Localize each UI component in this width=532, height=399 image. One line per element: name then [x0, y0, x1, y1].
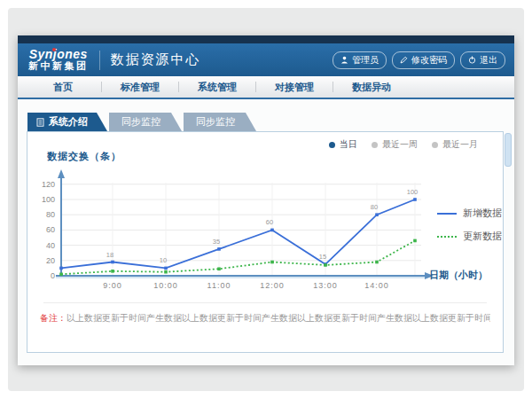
svg-text:15: 15	[319, 253, 326, 261]
user-icon	[340, 56, 348, 64]
nav-item-data-change[interactable]: 数据异动	[333, 81, 410, 94]
chart-legend: 新增数据 更新数据	[437, 207, 502, 253]
tab-bar: 系统介绍 同步监控 同步监控	[27, 113, 256, 131]
solid-line-icon	[437, 213, 457, 215]
legend-update-data[interactable]: 更新数据	[437, 230, 502, 243]
svg-text:0: 0	[51, 271, 55, 280]
nav-item-standard-management[interactable]: 标准管理	[102, 81, 178, 94]
nav-item-home[interactable]: 首页	[25, 81, 101, 94]
document-icon	[36, 118, 44, 127]
svg-text:20: 20	[46, 256, 55, 265]
scrollbar-thumb[interactable]	[505, 133, 512, 167]
svg-text:100: 100	[407, 188, 419, 196]
x-axis-label: 日期（小时）	[429, 269, 488, 282]
svg-text:120: 120	[42, 180, 55, 189]
tab-system-intro-label: 系统介绍	[49, 113, 88, 131]
time-range-filter: 当日 最近一周 最近一月	[329, 138, 478, 151]
header-actions: 管理员 修改密码 退出	[332, 51, 505, 69]
radio-last-week[interactable]: 最近一周	[372, 138, 418, 151]
content-area: 系统介绍 同步监控 同步监控 当日 最近一周	[18, 99, 514, 365]
change-password-button[interactable]: 修改密码	[392, 51, 455, 69]
radio-last-month-label: 最近一月	[442, 138, 478, 151]
company-logo: Synjones 新中新集团	[28, 48, 89, 71]
svg-text:80: 80	[46, 210, 55, 219]
admin-user-label: 管理员	[352, 54, 379, 66]
dotted-line-icon	[437, 236, 457, 238]
tab-system-intro[interactable]: 系统介绍	[27, 113, 107, 131]
radio-today[interactable]: 当日	[329, 138, 357, 151]
svg-text:9:00: 9:00	[103, 281, 122, 290]
tab-sync-monitor-2-label: 同步监控	[196, 116, 235, 127]
footer-note-prefix: 备注：	[40, 313, 66, 323]
svg-text:18: 18	[106, 251, 113, 259]
svg-text:40: 40	[46, 241, 55, 250]
y-axis-label: 数据交换（条）	[47, 150, 121, 163]
radio-last-week-label: 最近一周	[382, 138, 418, 151]
logo-chinese-name: 新中新集团	[28, 61, 89, 72]
logo-name: Synjones	[28, 48, 89, 61]
svg-text:10: 10	[160, 256, 167, 264]
legend-new-data[interactable]: 新增数据	[437, 207, 502, 220]
svg-text:60: 60	[266, 218, 273, 226]
radio-last-month[interactable]: 最近一月	[432, 138, 478, 151]
change-password-label: 修改密码	[411, 54, 447, 66]
radio-unselected-icon	[372, 142, 378, 148]
footer-note: 备注：以上数据更新于时间产生数据以上数据更新于时间产生数据以上数据更新于时间产生…	[40, 312, 490, 325]
svg-text:100: 100	[42, 195, 55, 204]
footer-note-text: 以上数据更新于时间产生数据以上数据更新于时间产生数据以上数据更新于时间产生数据以…	[66, 313, 490, 323]
tab-sync-monitor-1-label: 同步监控	[121, 116, 160, 127]
svg-text:13:00: 13:00	[313, 281, 338, 290]
svg-text:35: 35	[213, 238, 220, 246]
svg-text:10:00: 10:00	[153, 281, 178, 290]
radio-today-label: 当日	[340, 138, 357, 151]
svg-text:60: 60	[46, 225, 55, 234]
note-divider	[43, 302, 487, 303]
app-title: 数据资源中心	[111, 51, 201, 68]
radio-unselected-icon	[432, 142, 438, 148]
main-nav: 首页 标准管理 系统管理 对接管理 数据异动	[18, 76, 514, 99]
svg-text:11:00: 11:00	[207, 281, 231, 290]
tab-sync-monitor-2[interactable]: 同步监控	[184, 113, 256, 131]
logout-button[interactable]: 退出	[460, 51, 505, 69]
top-strip	[18, 35, 514, 43]
radio-selected-icon	[329, 142, 335, 148]
chart-panel: 当日 最近一周 最近一月 数据交换（条） 0204060801001209:00…	[27, 131, 504, 353]
logout-label: 退出	[480, 54, 497, 66]
power-icon	[468, 56, 476, 64]
svg-text:80: 80	[371, 203, 378, 211]
app-header: Synjones 新中新集团 数据资源中心 管理员 修改密码	[18, 43, 514, 76]
svg-text:12:00: 12:00	[260, 281, 285, 290]
tab-sync-monitor-1[interactable]: 同步监控	[109, 113, 182, 131]
svg-text:14:00: 14:00	[364, 281, 389, 290]
nav-item-interface-management[interactable]: 对接管理	[256, 81, 332, 94]
legend-new-data-label: 新增数据	[463, 207, 502, 220]
legend-update-data-label: 更新数据	[463, 230, 502, 243]
app-window: Synjones 新中新集团 数据资源中心 管理员 修改密码	[18, 35, 514, 365]
admin-user-button[interactable]: 管理员	[332, 51, 387, 69]
header-divider	[99, 51, 100, 70]
nav-item-system-management[interactable]: 系统管理	[179, 81, 255, 94]
edit-icon	[400, 56, 408, 64]
